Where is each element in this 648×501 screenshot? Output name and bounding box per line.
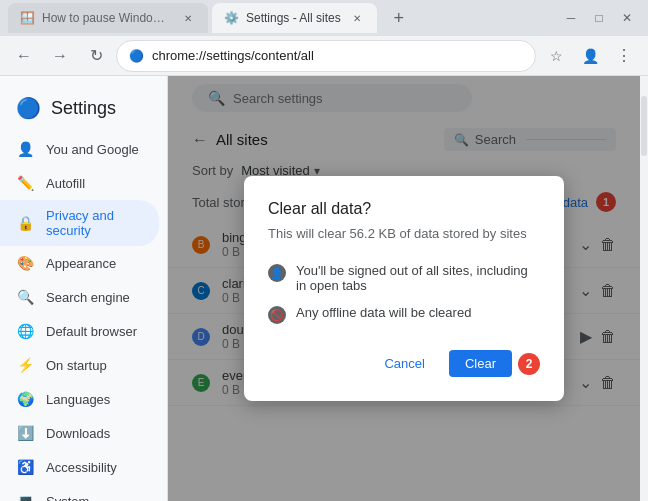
window-controls: ─ □ ✕ bbox=[558, 5, 640, 31]
downloads-icon: ⬇️ bbox=[16, 424, 34, 442]
bookmark-button[interactable]: ☆ bbox=[540, 40, 572, 72]
sidebar-item-privacy-security[interactable]: 🔒 Privacy and security bbox=[0, 200, 159, 246]
tab2-title: Settings - All sites bbox=[246, 11, 341, 25]
title-bar: 🪟 How to pause Windows 10 upda... ✕ ⚙️ S… bbox=[0, 0, 648, 36]
maximize-button[interactable]: □ bbox=[586, 5, 612, 31]
dialog-overlay: Clear all data? This will clear 56.2 KB … bbox=[168, 76, 640, 501]
scrollbar-track[interactable] bbox=[640, 76, 648, 501]
sidebar-item-autofill[interactable]: ✏️ Autofill bbox=[0, 166, 159, 200]
profile-button[interactable]: 👤 bbox=[574, 40, 606, 72]
sidebar-item-on-startup-label: On startup bbox=[46, 358, 107, 373]
chrome-logo: 🔵 bbox=[16, 96, 41, 120]
sidebar-item-accessibility-label: Accessibility bbox=[46, 460, 117, 475]
sidebar-header: 🔵 Settings bbox=[0, 84, 167, 132]
tab2-close-button[interactable]: ✕ bbox=[349, 10, 365, 26]
privacy-security-icon: 🔒 bbox=[16, 214, 34, 232]
close-button[interactable]: ✕ bbox=[614, 5, 640, 31]
sidebar-item-system[interactable]: 💻 System bbox=[0, 484, 159, 501]
dialog-warning-signout: 👤 You'll be signed out of all sites, inc… bbox=[268, 257, 540, 299]
dialog-warning-offline-text: Any offline data will be cleared bbox=[296, 305, 471, 320]
minimize-button[interactable]: ─ bbox=[558, 5, 584, 31]
sidebar: 🔵 Settings 👤 You and Google ✏️ Autofill … bbox=[0, 76, 168, 501]
back-button[interactable]: ← bbox=[8, 40, 40, 72]
sidebar-item-downloads[interactable]: ⬇️ Downloads bbox=[0, 416, 159, 450]
reload-button[interactable]: ↻ bbox=[80, 40, 112, 72]
cancel-button[interactable]: Cancel bbox=[368, 350, 440, 377]
tab1-close-button[interactable]: ✕ bbox=[180, 10, 196, 26]
tab-2[interactable]: ⚙️ Settings - All sites ✕ bbox=[212, 3, 377, 33]
scrollbar-thumb[interactable] bbox=[641, 96, 647, 156]
clear-button[interactable]: Clear bbox=[449, 350, 512, 377]
dialog-warning-signout-text: You'll be signed out of all sites, inclu… bbox=[296, 263, 540, 293]
new-tab-button[interactable]: + bbox=[385, 4, 413, 32]
sidebar-item-search-engine[interactable]: 🔍 Search engine bbox=[0, 280, 159, 314]
clear-all-dialog: Clear all data? This will clear 56.2 KB … bbox=[244, 176, 564, 401]
nav-actions: ☆ 👤 ⋮ bbox=[540, 40, 640, 72]
default-browser-icon: 🌐 bbox=[16, 322, 34, 340]
sidebar-item-accessibility[interactable]: ♿ Accessibility bbox=[0, 450, 159, 484]
tab1-title: How to pause Windows 10 upda... bbox=[42, 11, 172, 25]
on-startup-icon: ⚡ bbox=[16, 356, 34, 374]
dialog-subtitle: This will clear 56.2 KB of data stored b… bbox=[268, 226, 540, 241]
main-panel: 🔍 ← All sites 🔍 Search Sort by bbox=[168, 76, 640, 501]
menu-button[interactable]: ⋮ bbox=[608, 40, 640, 72]
system-icon: 💻 bbox=[16, 492, 34, 501]
sidebar-item-you-google-label: You and Google bbox=[46, 142, 139, 157]
sidebar-item-languages[interactable]: 🌍 Languages bbox=[0, 382, 159, 416]
dialog-actions: Cancel Clear 2 bbox=[268, 350, 540, 377]
sidebar-item-appearance-label: Appearance bbox=[46, 256, 116, 271]
sidebar-item-privacy-label: Privacy and security bbox=[46, 208, 143, 238]
tab-1[interactable]: 🪟 How to pause Windows 10 upda... ✕ bbox=[8, 3, 208, 33]
chrome-logo-small: 🔵 bbox=[129, 49, 144, 63]
autofill-icon: ✏️ bbox=[16, 174, 34, 192]
dialog-warning-offline: 🚫 Any offline data will be cleared bbox=[268, 299, 540, 330]
sidebar-item-appearance[interactable]: 🎨 Appearance bbox=[0, 246, 159, 280]
content-area: 🔵 Settings 👤 You and Google ✏️ Autofill … bbox=[0, 76, 648, 501]
nav-bar: ← → ↻ 🔵 chrome://settings/content/all ☆ … bbox=[0, 36, 648, 76]
sidebar-item-you-google[interactable]: 👤 You and Google bbox=[0, 132, 159, 166]
address-bar[interactable]: 🔵 chrome://settings/content/all bbox=[116, 40, 536, 72]
badge-2: 2 bbox=[518, 353, 540, 375]
sidebar-title: Settings bbox=[51, 98, 116, 119]
dialog-title: Clear all data? bbox=[268, 200, 540, 218]
sidebar-item-downloads-label: Downloads bbox=[46, 426, 110, 441]
account-icon: 👤 bbox=[268, 264, 286, 282]
forward-button[interactable]: → bbox=[44, 40, 76, 72]
tab2-favicon: ⚙️ bbox=[224, 11, 238, 25]
address-text: chrome://settings/content/all bbox=[152, 48, 523, 63]
sidebar-item-default-browser[interactable]: 🌐 Default browser bbox=[0, 314, 159, 348]
you-google-icon: 👤 bbox=[16, 140, 34, 158]
sidebar-item-system-label: System bbox=[46, 494, 89, 502]
sidebar-item-default-browser-label: Default browser bbox=[46, 324, 137, 339]
tab1-favicon: 🪟 bbox=[20, 11, 34, 25]
appearance-icon: 🎨 bbox=[16, 254, 34, 272]
sidebar-item-search-engine-label: Search engine bbox=[46, 290, 130, 305]
clear-button-wrapper: Clear 2 bbox=[449, 350, 540, 377]
languages-icon: 🌍 bbox=[16, 390, 34, 408]
sidebar-item-autofill-label: Autofill bbox=[46, 176, 85, 191]
sidebar-item-languages-label: Languages bbox=[46, 392, 110, 407]
search-engine-icon: 🔍 bbox=[16, 288, 34, 306]
sidebar-item-on-startup[interactable]: ⚡ On startup bbox=[0, 348, 159, 382]
offline-icon: 🚫 bbox=[268, 306, 286, 324]
accessibility-icon: ♿ bbox=[16, 458, 34, 476]
